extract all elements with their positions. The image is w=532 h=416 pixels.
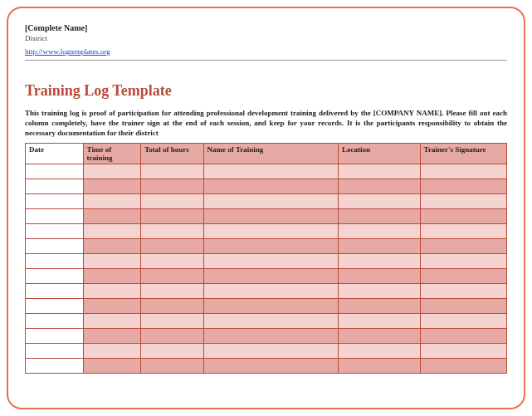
table-cell [26,314,84,329]
table-cell [338,284,420,299]
table-cell [203,269,338,284]
table-cell [83,329,141,344]
table-row [26,164,507,179]
table-cell [420,269,506,284]
table-cell [141,179,203,194]
table-cell [338,179,420,194]
table-row [26,314,507,329]
col-name: Name of Training [203,144,338,164]
table-cell [203,179,338,194]
col-hours: Total of hours [141,144,203,164]
table-cell [420,254,506,269]
table-cell [338,344,420,359]
table-cell [141,209,203,224]
table-header-row: Date Time of training Total of hours Nam… [26,144,507,164]
table-cell [141,269,203,284]
table-cell [83,254,141,269]
table-cell [26,209,84,224]
table-cell [420,329,506,344]
table-cell [83,299,141,314]
table-cell [83,284,141,299]
table-cell [338,194,420,209]
table-cell [203,299,338,314]
col-time: Time of training [83,144,141,164]
table-cell [338,359,420,374]
table-cell [141,164,203,179]
table-cell [420,194,506,209]
table-row [26,284,507,299]
col-location: Location [338,144,420,164]
table-row [26,239,507,254]
table-cell [420,224,506,239]
table-cell [203,209,338,224]
table-cell [420,209,506,224]
table-row [26,194,507,209]
table-cell [338,239,420,254]
table-cell [83,344,141,359]
table-cell [203,359,338,374]
table-row [26,179,507,194]
table-cell [203,329,338,344]
table-cell [338,329,420,344]
header-divider [25,60,507,61]
table-cell [338,224,420,239]
table-cell [338,269,420,284]
table-cell [141,299,203,314]
table-cell [141,239,203,254]
table-cell [26,359,84,374]
table-cell [203,344,338,359]
page-title: Training Log Template [25,82,507,100]
table-cell [420,359,506,374]
table-cell [420,344,506,359]
table-cell [26,224,84,239]
table-cell [141,314,203,329]
table-cell [420,299,506,314]
table-cell [83,269,141,284]
table-cell [203,314,338,329]
table-cell [338,254,420,269]
complete-name-field: [Complete Name] [25,23,507,32]
table-cell [203,164,338,179]
table-cell [26,284,84,299]
col-signature: Trainer's Signature [420,144,506,164]
table-body [26,164,507,374]
table-cell [26,254,84,269]
table-cell [83,359,141,374]
table-cell [203,194,338,209]
table-row [26,254,507,269]
table-row [26,269,507,284]
template-url-link[interactable]: http://www.logtemplates.org [25,47,110,56]
table-cell [26,239,84,254]
table-cell [420,164,506,179]
table-row [26,299,507,314]
table-cell [26,299,84,314]
table-cell [26,179,84,194]
table-row [26,329,507,344]
table-cell [203,254,338,269]
table-row [26,359,507,374]
table-cell [141,344,203,359]
col-date: Date [26,144,84,164]
table-cell [83,164,141,179]
table-cell [83,239,141,254]
table-cell [26,329,84,344]
table-cell [203,239,338,254]
table-cell [26,194,84,209]
table-cell [420,239,506,254]
table-cell [141,224,203,239]
training-log-table: Date Time of training Total of hours Nam… [25,143,507,374]
table-cell [420,284,506,299]
table-cell [338,164,420,179]
table-cell [420,179,506,194]
table-cell [83,194,141,209]
table-cell [83,209,141,224]
table-cell [203,224,338,239]
document-page: [Complete Name] District http://www.logt… [7,7,525,409]
table-cell [141,194,203,209]
table-cell [83,179,141,194]
table-row [26,209,507,224]
table-cell [26,344,84,359]
table-cell [338,209,420,224]
header-block: [Complete Name] District http://www.logt… [25,23,507,61]
table-cell [26,164,84,179]
